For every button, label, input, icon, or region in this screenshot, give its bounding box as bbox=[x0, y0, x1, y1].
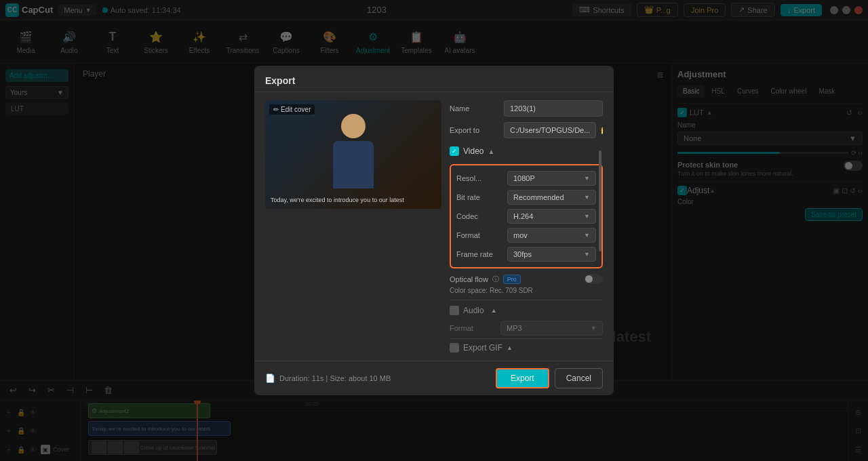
framerate-select[interactable]: 30fps ▼ bbox=[507, 247, 596, 262]
optical-flow-toggle[interactable] bbox=[584, 274, 603, 284]
export-to-label: Export to bbox=[450, 126, 504, 134]
footer-info-text: Duration: 11s | Size: about 10 MB bbox=[279, 374, 391, 382]
audio-format-row: Format MP3 ▼ bbox=[450, 321, 603, 336]
modal-export-button[interactable]: Export bbox=[496, 368, 549, 388]
codec-value: H.264 bbox=[513, 212, 533, 220]
resolution-row: Resol... 1080P ▼ bbox=[456, 171, 596, 186]
video-section-title: Video bbox=[463, 146, 484, 156]
format-value: mov bbox=[513, 231, 528, 239]
edit-cover-label: Edit cover bbox=[281, 106, 311, 113]
duration-icon: 📄 bbox=[265, 374, 275, 383]
codec-chevron: ▼ bbox=[584, 213, 590, 220]
pro-badge: Pro bbox=[503, 275, 521, 284]
modal-body: ✏ Edit cover Today, we're excited to int… bbox=[254, 92, 614, 361]
modal-preview-section: ✏ Edit cover Today, we're excited to int… bbox=[265, 100, 441, 353]
audio-format-chevron: ▼ bbox=[591, 325, 597, 332]
modal-cancel-button[interactable]: Cancel bbox=[555, 368, 603, 388]
name-setting-label: Name bbox=[450, 104, 504, 113]
export-modal: Export ✏ Edit cover bbox=[254, 66, 614, 395]
modal-footer: 📄 Duration: 11s | Size: about 10 MB Expo… bbox=[254, 361, 614, 395]
audio-section-title: Audio bbox=[463, 306, 484, 315]
format-row: Format mov ▼ bbox=[456, 228, 596, 243]
color-space-text: Color space: Rec. 709 SDR bbox=[450, 287, 603, 294]
framerate-row: Frame rate 30fps ▼ bbox=[456, 247, 596, 262]
info-circle-icon: ⓘ bbox=[492, 275, 499, 284]
preview-caption: Today, we're excited to introduce you to… bbox=[271, 197, 436, 203]
audio-format-select[interactable]: MP3 ▼ bbox=[500, 321, 603, 336]
name-setting-field[interactable]: 1203(1) bbox=[504, 100, 603, 117]
audio-format-label: Format bbox=[450, 324, 500, 332]
codec-label: Codec bbox=[456, 212, 507, 220]
export-to-setting-row: Export to C:/Users/TOPGUS/De... 📁 bbox=[450, 122, 603, 138]
footer-info: 📄 Duration: 11s | Size: about 10 MB bbox=[265, 374, 391, 383]
video-section-header: ✓ Video ▲ bbox=[450, 144, 603, 159]
edit-icon: ✏ bbox=[273, 106, 279, 113]
framerate-chevron: ▼ bbox=[584, 251, 590, 258]
bitrate-chevron: ▼ bbox=[584, 194, 590, 201]
resolution-value: 1080P bbox=[513, 174, 535, 182]
format-select[interactable]: mov ▼ bbox=[507, 228, 596, 243]
codec-row: Codec H.264 ▼ bbox=[456, 209, 596, 224]
modal-overlay: Export ✏ Edit cover bbox=[0, 0, 868, 461]
name-value: 1203(1) bbox=[510, 104, 536, 113]
footer-actions: Export Cancel bbox=[496, 368, 603, 388]
audio-header: Audio ▲ bbox=[450, 304, 603, 317]
export-to-field[interactable]: C:/Users/TOPGUS/De... bbox=[504, 122, 596, 138]
audio-arrow[interactable]: ▲ bbox=[491, 307, 497, 314]
audio-check-icon[interactable] bbox=[450, 306, 459, 315]
person-body bbox=[333, 141, 374, 188]
framerate-value: 30fps bbox=[513, 250, 532, 258]
modal-settings-section: Name 1203(1) Export to C:/Users/TOPGUS/D… bbox=[450, 100, 603, 353]
video-section: ✓ Video ▲ Resol... 1080P ▼ bbox=[450, 144, 603, 294]
resolution-chevron: ▼ bbox=[584, 175, 590, 182]
codec-select[interactable]: H.264 ▼ bbox=[507, 209, 596, 224]
video-section-arrow[interactable]: ▲ bbox=[488, 148, 494, 155]
resolution-select[interactable]: 1080P ▼ bbox=[507, 171, 596, 186]
bitrate-select[interactable]: Recommended ▼ bbox=[507, 190, 596, 205]
preview-person-bg bbox=[265, 100, 441, 209]
bitrate-value: Recommended bbox=[513, 193, 564, 201]
bitrate-label: Bit rate bbox=[456, 193, 507, 201]
format-chevron: ▼ bbox=[584, 232, 590, 239]
person-head bbox=[341, 114, 366, 138]
export-gif-section: Export GIF ▲ bbox=[450, 338, 603, 353]
person-silhouette bbox=[326, 114, 380, 195]
edit-cover-button[interactable]: ✏ Edit cover bbox=[269, 104, 315, 115]
export-gif-row: Export GIF ▲ bbox=[450, 343, 603, 353]
bitrate-row: Bit rate Recommended ▼ bbox=[456, 190, 596, 205]
video-settings-box: Resol... 1080P ▼ Bit rate Recommended bbox=[450, 164, 603, 268]
export-to-value: C:/Users/TOPGUS/De... bbox=[510, 126, 590, 134]
modal-header: Export bbox=[254, 66, 614, 92]
export-gif-arrow[interactable]: ▲ bbox=[507, 344, 513, 351]
framerate-label: Frame rate bbox=[456, 250, 507, 258]
name-setting-row: Name 1203(1) bbox=[450, 100, 603, 117]
export-gif-label: Export GIF bbox=[463, 343, 502, 353]
modal-title: Export bbox=[265, 75, 295, 86]
video-check-icon[interactable]: ✓ bbox=[450, 146, 459, 156]
audio-format-value: MP3 bbox=[507, 324, 522, 332]
optical-toggle-knob bbox=[585, 275, 593, 283]
resolution-label: Resol... bbox=[456, 174, 507, 182]
optical-flow-label: Optical flow bbox=[450, 275, 488, 283]
preview-video: ✏ Edit cover Today, we're excited to int… bbox=[265, 100, 441, 209]
format-label: Format bbox=[456, 231, 507, 239]
preview-caption-text: Today, we're excited to introduce you to… bbox=[271, 197, 404, 203]
optical-flow-row: Optical flow ⓘ Pro bbox=[450, 274, 603, 284]
audio-section: Audio ▲ Format MP3 ▼ bbox=[450, 300, 603, 336]
modal-scrollbar[interactable] bbox=[599, 151, 601, 252]
folder-icon[interactable]: 📁 bbox=[600, 125, 603, 135]
export-gif-check[interactable] bbox=[450, 343, 459, 353]
